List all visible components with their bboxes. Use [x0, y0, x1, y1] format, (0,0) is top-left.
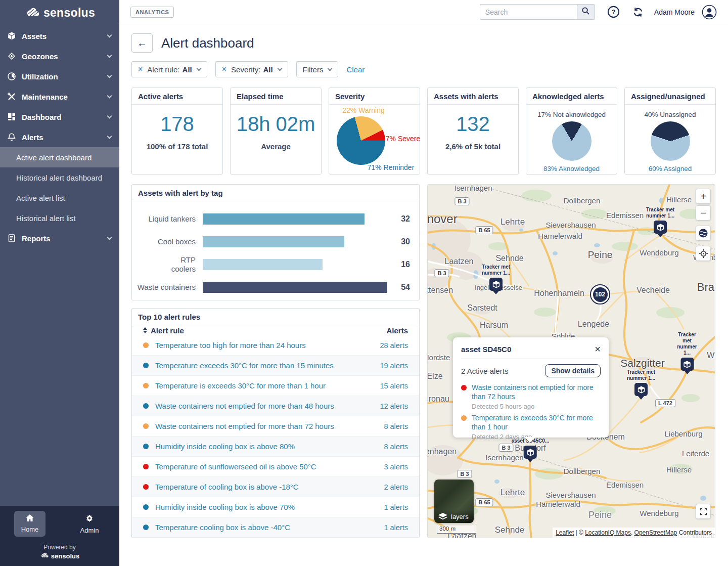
clear-filters-link[interactable]: Clear: [346, 65, 365, 74]
section-badge: ANALYTICS: [130, 7, 174, 18]
bar-category-label: RTP coolers: [137, 255, 203, 273]
popup-alert-link[interactable]: Waste containers not emptied for more th…: [472, 383, 601, 402]
detected-time: Detected 5 hours ago: [472, 403, 601, 410]
zoom-in-button[interactable]: +: [696, 189, 711, 204]
alert-rule-link[interactable]: Temperature is exceeds 30°C for more tha…: [155, 381, 368, 390]
sidebar-item-utilization[interactable]: Utilization: [0, 66, 119, 86]
alert-rule-link[interactable]: Temperature exceeds 30°C for more than 1…: [155, 361, 368, 370]
severity-dot-icon: [143, 525, 149, 530]
bar-category-label: Cool boxes: [137, 237, 203, 246]
sidebar-item-maintenance[interactable]: Maintenance: [0, 86, 119, 107]
locationiq-link[interactable]: LocationIQ Maps: [585, 529, 631, 536]
layers-icon: [438, 512, 448, 520]
asset-pin-icon[interactable]: [654, 221, 667, 234]
filters-dropdown[interactable]: Filters: [296, 61, 339, 77]
sidebar-item-alerts[interactable]: Alerts: [0, 127, 119, 147]
sidebar-item-label: Reports: [22, 234, 51, 243]
osm-link[interactable]: OpenStreetMap: [634, 529, 677, 536]
close-icon[interactable]: ×: [595, 344, 601, 354]
chevron-down-icon: [107, 32, 112, 37]
search-input[interactable]: [480, 4, 577, 20]
detected-time: Detected 2 days ago: [472, 433, 601, 441]
sidebar-item-geozones[interactable]: Geozones: [0, 46, 119, 66]
chevron-down-icon: [107, 53, 112, 58]
alert-rule-link[interactable]: Humidity inside cooling box is above 80%: [155, 442, 368, 451]
sort-alert-rule-header[interactable]: Alert rule: [143, 326, 184, 335]
table-row: Temperature exceeds 30°C for more than 1…: [132, 356, 419, 376]
sidebar-subitem[interactable]: Historical alert list: [0, 208, 119, 228]
zoom-out-button[interactable]: −: [696, 205, 711, 221]
filter-label: Alert rule:: [147, 65, 179, 74]
remove-filter-icon[interactable]: ×: [222, 65, 226, 74]
column-header-rule: Alert rule: [151, 326, 184, 335]
alert-rule-link[interactable]: Temperature of sunflowerseed oil is abov…: [155, 462, 368, 471]
locate-button[interactable]: [696, 246, 711, 261]
severity-dot-icon: [143, 444, 149, 449]
sidebar-subitem[interactable]: Active alert dashboard: [0, 147, 119, 167]
table-row: Temperature too high for more than 24 ho…: [132, 335, 419, 356]
sidebar-subitem[interactable]: Active alert list: [0, 188, 119, 208]
acknowledged-pie-chart: [552, 121, 592, 161]
globe-view-button[interactable]: [696, 226, 711, 241]
card-assets-with-alerts: Assets with alerts 132 2,6% of 5k total: [427, 88, 519, 175]
help-button[interactable]: ?: [607, 6, 620, 18]
avatar[interactable]: [702, 5, 717, 20]
alert-rule-link[interactable]: Waste containers not emptied for more th…: [155, 402, 368, 410]
home-button[interactable]: Home: [14, 511, 46, 537]
marker-label: Tracker met nummer 1...: [673, 332, 701, 356]
chevron-down-icon: [196, 66, 201, 71]
back-button[interactable]: ←: [131, 33, 153, 53]
asset-pin-icon[interactable]: [524, 446, 537, 459]
assets-with-alerts-value: 132: [456, 113, 490, 136]
road-badge: B 65: [475, 498, 493, 506]
sidebar-item-label: Utilization: [22, 72, 58, 81]
bar-row: RTP coolers 16: [137, 253, 410, 276]
sidebar-footer: Home Admin Powered by sensolus: [0, 506, 119, 566]
alert-rule-link[interactable]: Waste containers not emptied for more th…: [155, 422, 368, 430]
admin-button[interactable]: Admin: [73, 511, 106, 537]
alert-rule-link[interactable]: Temperature cooling box is above -40°C: [155, 523, 368, 532]
bar-row: Waste containers 54: [137, 276, 410, 298]
brand-logo[interactable]: sensolus: [0, 0, 119, 24]
map-canvas[interactable]: Isernhagen Dollbergen Hillerse Edemissen…: [427, 184, 715, 538]
layers-control[interactable]: layers: [434, 480, 474, 523]
table-row: Waste containers not emptied for more th…: [132, 396, 419, 416]
filter-chip-severity[interactable]: × Severity: All: [215, 61, 288, 77]
popup-alert-link[interactable]: Temperature is exceeds 30°C for more tha…: [472, 413, 601, 432]
globe-icon: [698, 228, 708, 238]
chevron-down-icon: [107, 93, 112, 98]
sidebar-item-reports[interactable]: Reports: [0, 228, 119, 248]
asset-pin-icon[interactable]: [489, 278, 503, 291]
sidebar-item-assets[interactable]: Assets: [0, 26, 119, 46]
show-details-button[interactable]: Show details: [545, 364, 601, 377]
severity-dot-icon: [143, 484, 149, 490]
svg-text:?: ?: [612, 9, 616, 16]
chevron-down-icon: [107, 73, 112, 78]
search-button[interactable]: [577, 4, 595, 20]
alert-rule-link[interactable]: Temperature too high for more than 24 ho…: [155, 341, 368, 350]
chevron-down-icon: [107, 134, 112, 139]
severity-dot-icon: [143, 342, 149, 348]
alerts-submenu: Active alert dashboard Historical alert …: [0, 147, 119, 228]
marker-label: Tracker met nummer 1...: [619, 369, 663, 381]
asset-pin-icon[interactable]: [680, 358, 694, 371]
severity-dot-icon: [461, 415, 467, 421]
powered-by-label: Powered by: [0, 544, 119, 551]
severity-dot-icon: [143, 504, 149, 510]
sidebar-item-label: Maintenance: [22, 93, 68, 101]
marker-cluster[interactable]: 102: [590, 284, 610, 304]
bar-value: 16: [387, 260, 410, 269]
filter-chip-alert-rule[interactable]: × Alert rule: All: [131, 61, 207, 77]
alert-rule-link[interactable]: Humidity inside cooling box is above 70%: [155, 503, 368, 511]
asset-pin-icon[interactable]: [634, 383, 648, 396]
refresh-button[interactable]: [632, 6, 644, 18]
home-icon: [25, 514, 34, 524]
sidebar-subitem[interactable]: Historical alert dashboard: [0, 167, 119, 188]
alert-rule-link[interactable]: Temperature of cooling box is above -18°…: [155, 483, 368, 491]
page-title: Alert dashboard: [161, 35, 254, 51]
remove-filter-icon[interactable]: ×: [138, 65, 143, 74]
sidebar-item-dashboard[interactable]: Dashboard: [0, 107, 119, 127]
fullscreen-button[interactable]: [696, 504, 711, 519]
leaflet-link[interactable]: Leaflet: [556, 529, 574, 536]
user-name[interactable]: Adam Moore: [654, 8, 695, 16]
